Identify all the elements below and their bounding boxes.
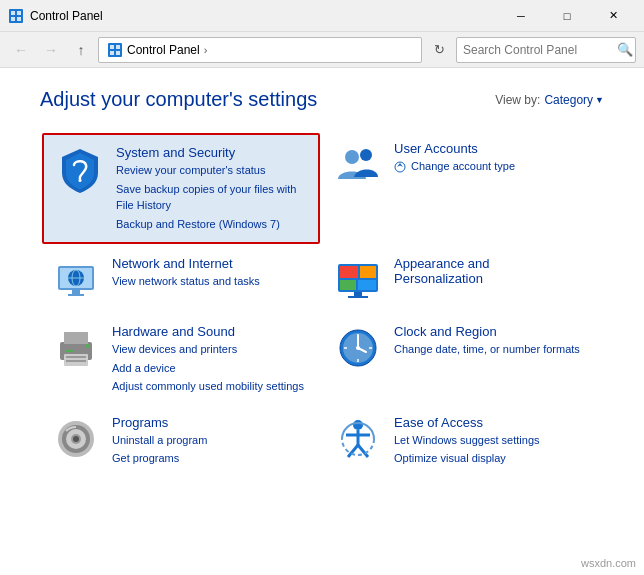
- category-hardware[interactable]: Hardware and Sound View devices and prin…: [40, 314, 322, 405]
- header-row: Adjust your computer's settings View by:…: [40, 88, 604, 111]
- maximize-button[interactable]: □: [544, 0, 590, 32]
- svg-point-49: [353, 420, 363, 430]
- ease-of-access-link-1[interactable]: Let Windows suggest settings: [394, 432, 540, 449]
- breadcrumb-separator: ›: [204, 44, 208, 56]
- category-appearance[interactable]: Appearance andPersonalization: [322, 246, 604, 314]
- ease-of-access-link-2[interactable]: Optimize visual display: [394, 450, 540, 467]
- svg-rect-33: [66, 350, 74, 352]
- category-programs[interactable]: Programs Uninstall a program Get program…: [40, 405, 322, 477]
- search-input[interactable]: [463, 43, 613, 57]
- svg-rect-8: [110, 51, 114, 55]
- svg-rect-20: [68, 294, 84, 296]
- hardware-text: Hardware and Sound View devices and prin…: [112, 324, 304, 395]
- clock-text: Clock and Region Change date, time, or n…: [394, 324, 580, 358]
- svg-rect-3: [11, 17, 15, 21]
- category-ease-of-access[interactable]: Ease of Access Let Windows suggest setti…: [322, 405, 604, 477]
- category-network[interactable]: Network and Internet View network status…: [40, 246, 322, 314]
- programs-icon: [52, 415, 100, 463]
- system-security-link-3[interactable]: Backup and Restore (Windows 7): [116, 216, 306, 233]
- svg-rect-26: [354, 292, 362, 296]
- network-text: Network and Internet View network status…: [112, 256, 260, 290]
- svg-point-12: [360, 149, 372, 161]
- svg-rect-4: [17, 17, 21, 21]
- breadcrumb-text: Control Panel: [127, 43, 200, 57]
- network-link-1[interactable]: View network status and tasks: [112, 273, 260, 290]
- categories-grid: System and Security Review your computer…: [40, 131, 604, 477]
- svg-rect-22: [340, 266, 358, 278]
- svg-rect-9: [116, 51, 120, 55]
- clock-icon: [334, 324, 382, 372]
- programs-link-1[interactable]: Uninstall a program: [112, 432, 207, 449]
- user-accounts-text: User Accounts Change account type: [394, 141, 515, 175]
- hardware-icon: [52, 324, 100, 372]
- network-name[interactable]: Network and Internet: [112, 256, 260, 271]
- search-box[interactable]: 🔍: [456, 37, 636, 63]
- programs-text: Programs Uninstall a program Get program…: [112, 415, 207, 467]
- svg-point-34: [86, 344, 90, 348]
- hardware-link-2[interactable]: Add a device: [112, 360, 304, 377]
- hardware-name[interactable]: Hardware and Sound: [112, 324, 304, 339]
- user-accounts-link-1[interactable]: Change account type: [394, 158, 515, 175]
- ease-of-access-name[interactable]: Ease of Access: [394, 415, 540, 430]
- title-bar: Control Panel ─ □ ✕: [0, 0, 644, 32]
- svg-rect-25: [358, 280, 376, 290]
- dropdown-arrow-icon: ▼: [595, 95, 604, 105]
- appearance-name[interactable]: Appearance andPersonalization: [394, 256, 489, 286]
- view-by-label: View by:: [495, 93, 540, 107]
- user-accounts-icon: [334, 141, 382, 189]
- view-by-dropdown[interactable]: Category ▼: [544, 93, 604, 107]
- watermark: wsxdn.com: [581, 557, 636, 569]
- search-icon: 🔍: [617, 42, 633, 57]
- breadcrumb-icon: [107, 42, 123, 58]
- up-button[interactable]: ↑: [68, 37, 94, 63]
- programs-name[interactable]: Programs: [112, 415, 207, 430]
- svg-rect-23: [360, 266, 376, 278]
- page-title: Adjust your computer's settings: [40, 88, 317, 111]
- address-bar: ← → ↑ Control Panel › ↻ 🔍: [0, 32, 644, 68]
- category-clock[interactable]: Clock and Region Change date, time, or n…: [322, 314, 604, 405]
- svg-rect-7: [116, 45, 120, 49]
- svg-point-10: [79, 179, 82, 182]
- user-accounts-name[interactable]: User Accounts: [394, 141, 515, 156]
- svg-rect-29: [64, 332, 88, 344]
- category-system-security[interactable]: System and Security Review your computer…: [42, 133, 320, 244]
- app-icon: [8, 8, 24, 24]
- hardware-link-1[interactable]: View devices and printers: [112, 341, 304, 358]
- close-button[interactable]: ✕: [590, 0, 636, 32]
- category-user-accounts[interactable]: User Accounts Change account type: [322, 131, 604, 246]
- window-title: Control Panel: [30, 9, 498, 23]
- svg-point-11: [345, 150, 359, 164]
- system-security-link-1[interactable]: Review your computer's status: [116, 162, 306, 179]
- refresh-button[interactable]: ↻: [426, 37, 452, 63]
- breadcrumb-bar[interactable]: Control Panel ›: [98, 37, 422, 63]
- svg-rect-6: [110, 45, 114, 49]
- ease-of-access-text: Ease of Access Let Windows suggest setti…: [394, 415, 540, 467]
- svg-rect-2: [17, 11, 21, 15]
- svg-rect-31: [66, 356, 86, 358]
- system-security-link-2[interactable]: Save backup copies of your files with Fi…: [116, 181, 306, 214]
- svg-rect-1: [11, 11, 15, 15]
- network-icon: [52, 256, 100, 304]
- minimize-button[interactable]: ─: [498, 0, 544, 32]
- programs-link-2[interactable]: Get programs: [112, 450, 207, 467]
- window-controls: ─ □ ✕: [498, 0, 636, 32]
- svg-point-39: [356, 346, 360, 350]
- appearance-text: Appearance andPersonalization: [394, 256, 489, 286]
- back-button[interactable]: ←: [8, 37, 34, 63]
- svg-rect-27: [348, 296, 368, 298]
- svg-rect-24: [340, 280, 356, 290]
- svg-rect-32: [66, 360, 86, 362]
- main-content: Adjust your computer's settings View by:…: [0, 68, 644, 575]
- forward-button[interactable]: →: [38, 37, 64, 63]
- system-security-name[interactable]: System and Security: [116, 145, 306, 160]
- clock-name[interactable]: Clock and Region: [394, 324, 580, 339]
- view-by: View by: Category ▼: [495, 93, 604, 107]
- svg-point-48: [73, 436, 79, 442]
- clock-link-1[interactable]: Change date, time, or number formats: [394, 341, 580, 358]
- system-security-text: System and Security Review your computer…: [116, 145, 306, 232]
- hardware-link-3[interactable]: Adjust commonly used mobility settings: [112, 378, 304, 395]
- svg-rect-19: [72, 290, 80, 294]
- system-security-icon: [56, 145, 104, 193]
- view-by-value-text: Category: [544, 93, 593, 107]
- appearance-icon: [334, 256, 382, 304]
